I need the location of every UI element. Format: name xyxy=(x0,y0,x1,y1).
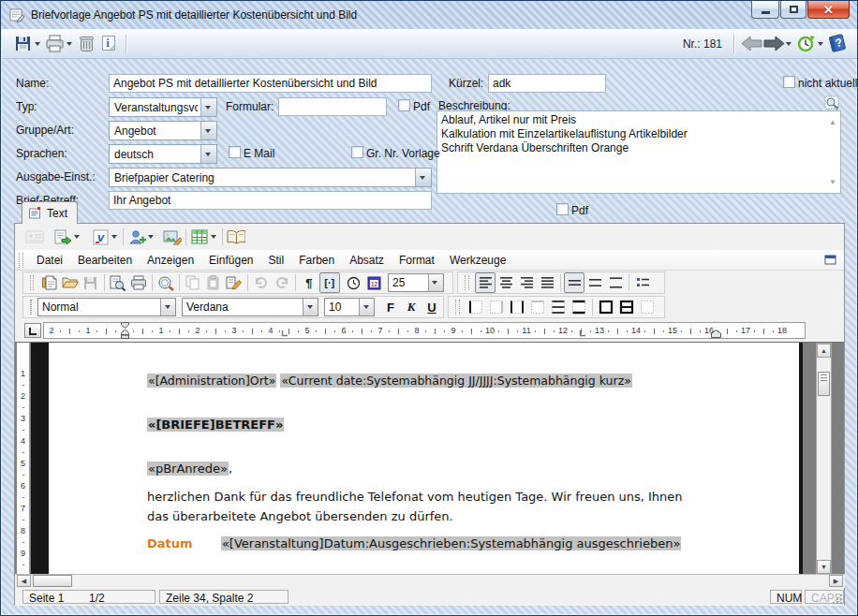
merge-field-line[interactable]: «[Administration]Ort» «Current date:Syst… xyxy=(147,374,632,388)
menu-item-bearbeiten[interactable]: Bearbeiten xyxy=(70,251,140,270)
italic-button[interactable]: K xyxy=(401,297,422,317)
toolbar-grip[interactable] xyxy=(455,300,460,315)
resize-grip-icon[interactable] xyxy=(832,594,843,605)
nav-dropdown[interactable] xyxy=(786,42,791,46)
zoom-select[interactable]: 25 xyxy=(388,273,444,292)
add-user-dropdown[interactable] xyxy=(148,235,154,239)
betreff-line[interactable]: «[BRIEFE]BETREFF» xyxy=(147,418,284,432)
pdf-checkbox[interactable] xyxy=(398,99,410,111)
border-box-icon[interactable] xyxy=(596,297,616,317)
contact-card-icon[interactable] xyxy=(24,227,45,247)
datum-line[interactable]: Datum «[Veranstaltung]Datum:Ausgeschrieb… xyxy=(147,536,681,550)
gruppe-art-select[interactable]: Angebot xyxy=(109,121,217,140)
line-spacing-single-icon[interactable] xyxy=(564,272,584,293)
insert-time-icon[interactable] xyxy=(343,272,363,293)
name-input[interactable] xyxy=(109,74,432,93)
print-document-icon[interactable] xyxy=(128,272,149,293)
image-edit-icon[interactable] xyxy=(162,227,183,247)
history-button[interactable] xyxy=(794,33,817,55)
line-spacing-double-icon[interactable] xyxy=(605,272,626,293)
vertical-scrollbar[interactable]: ▲ ▼ xyxy=(816,343,832,574)
maximize-button[interactable] xyxy=(780,1,806,19)
merge-field[interactable]: «pBrAnrede» xyxy=(147,462,229,476)
nav-forward-button[interactable] xyxy=(762,33,785,55)
merge-field[interactable]: «[Administration]Ort» xyxy=(147,374,276,388)
menu-item-absatz[interactable]: Absatz xyxy=(342,251,392,270)
beschreibung-zoom-icon[interactable] xyxy=(824,95,840,110)
history-dropdown[interactable] xyxy=(818,42,823,46)
formular-input[interactable] xyxy=(278,97,387,116)
underline-button[interactable]: U xyxy=(422,297,442,317)
gr-nr-vorlage-checkbox[interactable] xyxy=(351,146,363,158)
toolbar-grip[interactable] xyxy=(19,253,23,268)
scroll-down-icon[interactable]: ▼ xyxy=(829,175,836,189)
search-icon[interactable] xyxy=(155,272,176,293)
anrede-line[interactable]: «pBrAnrede», xyxy=(147,462,232,476)
help-button[interactable]: ? xyxy=(826,33,849,55)
gruppe-art-dropdown-button[interactable] xyxy=(200,122,216,139)
tab-stop-marker[interactable] xyxy=(281,330,288,337)
merge-field[interactable]: «Current date:Systemabhängig JJ/JJJJ:Sys… xyxy=(280,374,631,388)
merge-field[interactable]: «[BRIEFE]BETREFF» xyxy=(147,418,284,432)
align-center-icon[interactable] xyxy=(496,272,516,293)
add-user-icon[interactable] xyxy=(126,227,147,247)
font-size-select[interactable]: 10 xyxy=(324,298,375,316)
scroll-up-icon[interactable]: ▲ xyxy=(829,115,836,129)
menu-item-anzeigen[interactable]: Anzeigen xyxy=(140,251,201,270)
font-dropdown-button[interactable] xyxy=(303,299,318,315)
typ-select[interactable]: Veranstaltungsvo... xyxy=(109,97,217,117)
zoom-dropdown-button[interactable] xyxy=(428,274,443,291)
border-right-icon[interactable] xyxy=(486,297,507,317)
toolbar-grip[interactable] xyxy=(465,275,469,290)
field-brackets-icon[interactable]: [·] xyxy=(319,272,340,293)
brief-betreff-input[interactable] xyxy=(109,191,432,210)
menu-item-farben[interactable]: Farben xyxy=(291,251,342,270)
ausgabe-einst-dropdown-button[interactable] xyxy=(415,169,431,186)
copy-icon[interactable] xyxy=(183,272,203,293)
align-left-icon[interactable] xyxy=(475,272,496,293)
variable-v-icon[interactable]: v xyxy=(90,227,111,247)
toolbar-grip[interactable] xyxy=(30,275,34,290)
menu-item-datei[interactable]: Datei xyxy=(29,251,70,270)
style-dropdown-button[interactable] xyxy=(160,299,175,315)
save-dropdown[interactable] xyxy=(35,42,40,46)
close-button[interactable]: ✕ xyxy=(807,1,850,19)
menu-item-stil[interactable]: Stil xyxy=(260,251,291,270)
size-dropdown-button[interactable] xyxy=(359,299,374,315)
table-dropdown[interactable] xyxy=(211,235,216,239)
export-template-icon[interactable] xyxy=(52,227,73,247)
print-button[interactable] xyxy=(43,33,66,55)
vertical-scroll-thumb[interactable] xyxy=(818,372,830,396)
kuerzel-input[interactable] xyxy=(488,74,606,93)
border-none-icon[interactable] xyxy=(637,297,658,317)
body-text-line[interactable]: das überarbeitete Angebot übersenden zu … xyxy=(147,509,453,523)
nicht-aktuell-checkbox[interactable] xyxy=(783,76,795,88)
body-text-line[interactable]: herzlichen Dank für das freundliche Tele… xyxy=(147,490,683,504)
paste-special-icon[interactable] xyxy=(224,272,244,293)
email-checkbox[interactable] xyxy=(229,146,241,158)
mdi-window-icon[interactable] xyxy=(824,255,836,265)
paragraph-style-select[interactable]: Normal xyxy=(37,298,176,316)
open-file-icon[interactable] xyxy=(60,272,81,293)
align-right-icon[interactable] xyxy=(516,272,537,293)
tab-type-selector[interactable] xyxy=(24,323,41,338)
scroll-up-button[interactable]: ▲ xyxy=(817,344,831,358)
toolbar-grip[interactable] xyxy=(30,300,32,315)
left-indent-marker[interactable] xyxy=(121,330,129,339)
scroll-left-button[interactable]: ◀ xyxy=(17,575,31,587)
tab-text[interactable]: Text xyxy=(22,201,78,224)
border-left-right-icon[interactable] xyxy=(507,297,527,317)
variable-dropdown[interactable] xyxy=(111,235,117,239)
book-icon[interactable] xyxy=(226,227,246,247)
beschreibung-textarea[interactable]: ▲ ▼ Ablauf, Artikel nur mit PreisKalkula… xyxy=(436,110,841,194)
align-justify-icon[interactable] xyxy=(537,272,557,293)
menu-item-einfgen[interactable]: Einfügen xyxy=(201,251,260,270)
horizontal-scroll-thumb[interactable] xyxy=(33,575,72,587)
document-page[interactable]: «[Administration]Ort» «Current date:Syst… xyxy=(49,343,803,574)
delete-button[interactable] xyxy=(75,33,97,55)
pdf-bottom-checkbox[interactable] xyxy=(556,203,569,215)
redo-icon[interactable] xyxy=(272,272,292,293)
insert-date-icon[interactable]: 12 xyxy=(363,272,384,293)
save-button[interactable] xyxy=(11,33,34,55)
menu-item-format[interactable]: Format xyxy=(392,251,442,270)
